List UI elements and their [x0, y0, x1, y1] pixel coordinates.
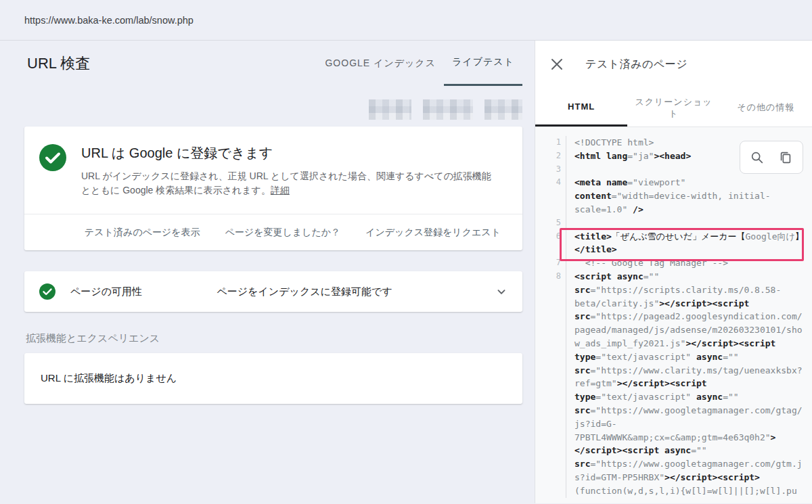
inspection-panel: URL 検査 GOOGLE インデックスライブテスト URL は Google … — [0, 41, 535, 503]
verdict-card: URL は Google に登録できます URL がインデックスに登録され、正規… — [24, 127, 522, 250]
line-number — [535, 297, 566, 311]
code-lines: 1<!DOCTYPE html>2<html lang="ja"><head>3… — [535, 127, 812, 498]
line-number — [535, 444, 566, 457]
code-line: beta/clarity.js"></script><script — [535, 297, 812, 311]
line-number — [535, 484, 566, 498]
line-number — [535, 203, 566, 216]
tab-live-test[interactable]: ライブテスト — [444, 41, 522, 86]
redacted-block — [423, 99, 473, 120]
page-changed-link[interactable]: ページを変更しましたか？ — [225, 227, 340, 239]
copy-icon[interactable] — [778, 150, 793, 165]
code-line: 7PBTL4WWWK&amp;cx=c&amp;gtm=4e63q0h2"> — [535, 431, 812, 444]
verdict-title: URL は Google に登録できます — [81, 144, 501, 162]
code-line: src="https://www.clarity.ms/tag/ueneaxks… — [535, 364, 812, 377]
line-number — [535, 283, 566, 297]
line-number — [535, 310, 566, 323]
line-number — [535, 350, 566, 364]
code-line: s?id=GTM-PP5HRBX"></script><script> — [535, 471, 812, 484]
line-number: 7 — [535, 256, 566, 270]
code-line: w_ads_impl_fy2021.js"></script><script — [535, 337, 812, 350]
chevron-down-icon[interactable] — [494, 284, 509, 299]
line-number — [535, 404, 566, 417]
tab-google-index[interactable]: GOOGLE インデックス — [317, 41, 444, 86]
tab-html[interactable]: HTML — [535, 88, 627, 127]
line-number — [535, 457, 566, 471]
request-indexing-link[interactable]: インデックス登録をリクエスト — [365, 227, 501, 239]
code-line: ref=gtm"></script><script — [535, 377, 812, 390]
line-number: 2 — [535, 150, 566, 163]
code-line: 4<meta name="viewport" — [535, 176, 812, 189]
line-number — [535, 189, 566, 203]
code-line: (function(w,d,s,l,i){w[l]=w[l]||[];w[l].… — [535, 484, 812, 498]
success-check-icon — [39, 283, 55, 300]
code-line: src="https://scripts.clarity.ms/0.8.58- — [535, 283, 812, 297]
code-line: </title> — [535, 243, 812, 256]
enhancements-card: URL に拡張機能はありません — [24, 353, 522, 404]
line-number — [535, 390, 566, 404]
code-line: js?id=G- — [535, 417, 812, 431]
view-tested-page-link[interactable]: テスト済みのページを表示 — [85, 227, 200, 239]
line-number — [535, 377, 566, 390]
html-code-viewer[interactable]: 1<!DOCTYPE html>2<html lang="ja"><head>3… — [535, 127, 812, 503]
availability-label: ページの可用性 — [70, 285, 142, 298]
page-availability-card[interactable]: ページの可用性 ページをインデックスに登録可能です — [24, 271, 522, 312]
redacted-text — [24, 99, 522, 120]
code-line: pagead/managed/js/adsense/m202603230101/… — [535, 323, 812, 337]
code-line: content="width=device-width, initial- — [535, 189, 812, 203]
line-number: 3 — [535, 163, 566, 177]
redacted-block — [369, 99, 411, 120]
tab-screenshot[interactable]: スクリーンショット — [627, 88, 719, 127]
line-number: 8 — [535, 270, 566, 283]
search-icon[interactable] — [750, 150, 765, 165]
details-link[interactable]: 詳細 — [271, 185, 290, 196]
line-number — [535, 323, 566, 337]
line-number: 6 — [535, 230, 566, 244]
line-number: 4 — [535, 176, 566, 189]
code-toolbar — [740, 141, 803, 174]
success-check-icon — [39, 144, 66, 171]
code-line: src="https://pagead2.googlesyndication.c… — [535, 310, 812, 323]
code-line: src="https://www.googletagmanager.com/gt… — [535, 457, 812, 471]
code-line: scale=1.0" /> — [535, 203, 812, 216]
redacted-block — [484, 99, 522, 120]
code-line: </script><script async="" — [535, 444, 812, 457]
enhancements-empty-message: URL に拡張機能はありません — [41, 372, 177, 385]
availability-status: ページをインデックスに登録可能です — [142, 285, 494, 298]
panel-tabs: HTMLスクリーンショットその他の情報 — [535, 88, 812, 127]
line-number — [535, 417, 566, 431]
code-line: src="https://www.googletagmanager.com/gt… — [535, 404, 812, 417]
code-line: type="text/javascript" async="" — [535, 390, 812, 404]
code-line: 5 — [535, 216, 812, 230]
code-line: 7 <!-- Google Tag Manager --> — [535, 256, 812, 270]
line-number: 5 — [535, 216, 566, 230]
panel-title: テスト済みのページ — [585, 58, 687, 72]
line-number: 1 — [535, 136, 566, 150]
code-line: 6<title>「ぜんぶ雪のせいだ」メーカー【Google向け】 — [535, 230, 812, 244]
line-number — [535, 471, 566, 484]
close-icon[interactable] — [547, 55, 566, 74]
code-line: 8<script async="" — [535, 270, 812, 283]
line-number — [535, 243, 566, 256]
line-number — [535, 431, 566, 444]
line-number — [535, 364, 566, 377]
top-url-bar: https://www.baka-ke.com/lab/snow.php — [0, 0, 812, 41]
tested-page-panel: テスト済みのページ HTMLスクリーンショットその他の情報 1<!DOCTYPE… — [535, 41, 812, 503]
inspection-tabs: GOOGLE インデックスライブテスト — [317, 41, 522, 86]
page-title: URL 検査 — [27, 53, 90, 74]
inspected-url: https://www.baka-ke.com/lab/snow.php — [24, 15, 194, 26]
code-line: type="text/javascript" async="" — [535, 350, 812, 364]
line-number — [535, 337, 566, 350]
enhancements-section-title: 拡張機能とエクスペリエンス — [26, 332, 522, 345]
tab-other-info[interactable]: その他の情報 — [720, 88, 812, 127]
verdict-actions: テスト済みのページを表示ページを変更しましたか？インデックス登録をリクエスト — [24, 214, 522, 250]
verdict-description: URL がインデックスに登録され、正規 URL として選択された場合、関連するす… — [81, 169, 501, 198]
